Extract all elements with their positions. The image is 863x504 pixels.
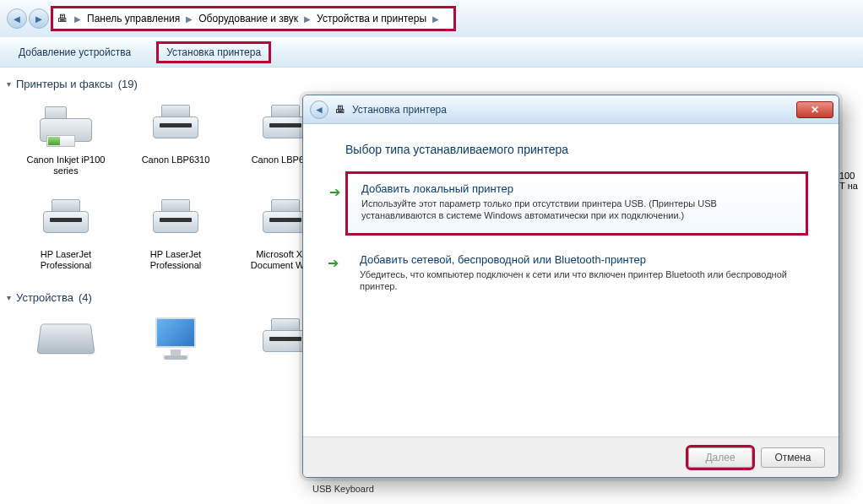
add-device-button[interactable]: Добавление устройства	[8, 41, 141, 63]
device-item[interactable]: Canon LBP6310	[133, 97, 218, 176]
option-title: Добавить локальный принтер	[361, 182, 792, 195]
truncated-text: 100	[839, 171, 863, 181]
dialog-heading: Выбор типа устанавливаемого принтера	[345, 143, 808, 156]
group-header-printers[interactable]: ▾ Принтеры и факсы (19)	[7, 78, 863, 90]
option-title: Добавить сетевой, беспроводной или Bluet…	[360, 253, 794, 266]
add-printer-button[interactable]: Установка принтера	[156, 41, 271, 63]
option-network-printer[interactable]: ➔ Добавить сетевой, беспроводной или Blu…	[345, 244, 808, 305]
dialog-footer: Далее Отмена	[303, 436, 839, 477]
monitor-icon	[150, 316, 201, 360]
truncated-text: Т на	[839, 181, 863, 191]
breadcrumb-item[interactable]: Панель управления	[84, 13, 183, 24]
arrow-right-icon: ➔	[329, 184, 343, 198]
group-count: (19)	[118, 78, 138, 90]
dialog-back-button[interactable]: ◄	[310, 100, 328, 119]
command-bar: Добавление устройства Установка принтера	[0, 37, 863, 68]
device-label: Canon LBP6310	[142, 154, 210, 165]
dialog-title: Установка принтера	[352, 104, 447, 116]
printer-icon: 🖶	[334, 103, 347, 117]
collapse-icon: ▾	[7, 79, 11, 89]
device-item[interactable]: HP LaserJet Professional	[133, 192, 218, 271]
window-header: ◄ ► 🖶 ▶ Панель управления ▶ Оборудование…	[0, 0, 863, 37]
printer-icon	[40, 199, 92, 238]
status-fragment: USB Keyboard	[312, 484, 374, 494]
close-button[interactable]: ✕	[796, 101, 833, 118]
group-count: (4)	[79, 291, 92, 304]
breadcrumb-item[interactable]: Оборудование и звук	[195, 13, 301, 24]
group-title: Принтеры и факсы	[16, 78, 113, 90]
breadcrumb[interactable]: 🖶 ▶ Панель управления ▶ Оборудование и з…	[51, 6, 456, 31]
device-item[interactable]: HP LaserJet Professional	[24, 192, 108, 271]
option-local-printer[interactable]: ➔ Добавить локальный принтер Используйте…	[345, 171, 808, 236]
chevron-right-icon: ▶	[430, 14, 442, 24]
device-label: HP LaserJet Professional	[24, 249, 108, 271]
printer-icon	[149, 105, 202, 144]
dialog-titlebar[interactable]: ◄ 🖶 Установка принтера ✕	[303, 95, 839, 124]
dialog-body: Выбор типа устанавливаемого принтера ➔ Д…	[303, 124, 839, 436]
devices-icon: 🖶	[53, 13, 72, 24]
device-label: HP LaserJet Professional	[133, 249, 218, 271]
arrow-right-icon: ➔	[328, 255, 341, 268]
device-item[interactable]: Canon Inkjet iP100 series	[24, 97, 108, 176]
chevron-right-icon: ▶	[301, 14, 313, 24]
truncated-device: 100 Т на	[839, 171, 863, 280]
breadcrumb-item[interactable]: Устройства и принтеры	[313, 13, 430, 24]
option-description: Убедитесь, что компьютер подключен к сет…	[360, 268, 794, 292]
cancel-button[interactable]: Отмена	[761, 447, 825, 468]
printer-icon	[38, 103, 94, 145]
nav-back-button[interactable]: ◄	[7, 8, 27, 29]
device-item[interactable]	[133, 311, 218, 365]
add-printer-dialog: ◄ 🖶 Установка принтера ✕ Выбор типа уста…	[302, 95, 839, 478]
chevron-right-icon: ▶	[72, 14, 84, 24]
printer-icon	[149, 199, 202, 238]
group-title: Устройства	[16, 291, 73, 304]
next-button[interactable]: Далее	[688, 447, 752, 468]
option-description: Используйте этот параметр только при отс…	[361, 198, 792, 221]
scanner-icon	[36, 324, 95, 355]
device-label: Canon Inkjet iP100 series	[24, 154, 108, 176]
device-item[interactable]	[24, 311, 108, 365]
collapse-icon: ▾	[7, 293, 11, 302]
nav-forward-button[interactable]: ►	[29, 8, 49, 29]
chevron-right-icon: ▶	[183, 14, 195, 24]
